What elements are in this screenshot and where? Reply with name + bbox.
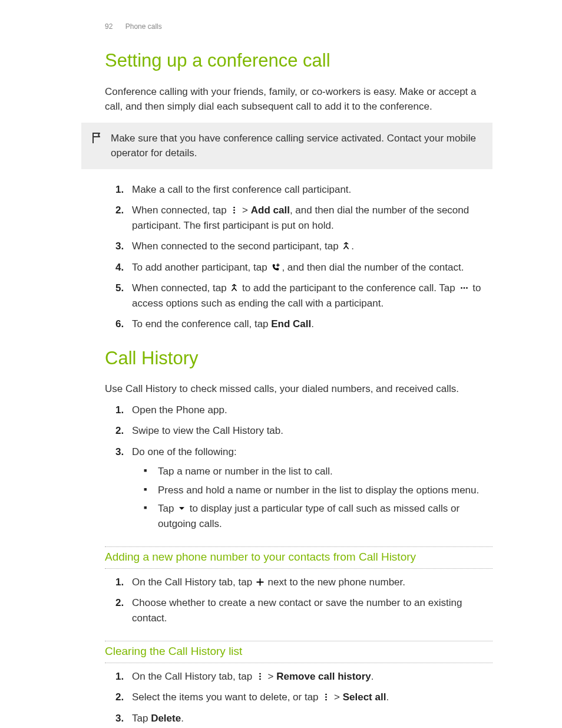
page-number: 92	[105, 22, 113, 31]
history-steps: Open the Phone app. Swipe to view the Ca…	[105, 403, 492, 532]
astep-1: On the Call History tab, tap next to the…	[105, 575, 492, 590]
step-4: To add another participant, tap , and th…	[105, 260, 492, 275]
step-6: To end the conference call, tap End Call…	[105, 317, 492, 332]
cstep-1: On the Call History tab, tap > Remove ca…	[105, 669, 492, 684]
cstep-2: Select the items you want to delete, or …	[105, 690, 492, 705]
heading-conference: Setting up a conference call	[105, 47, 492, 75]
hstep-2: Swipe to view the Call History tab.	[105, 423, 492, 439]
note-text: Make sure that you have conference calli…	[111, 131, 482, 161]
section-name: Phone calls	[125, 22, 162, 31]
subheading-add-contact: Adding a new phone number to your contac…	[105, 546, 492, 569]
flag-icon	[91, 131, 104, 144]
hstep-1: Open the Phone app.	[105, 403, 492, 418]
delete-label: Delete	[151, 713, 181, 724]
add-call-icon	[270, 263, 281, 272]
heading-call-history: Call History	[105, 345, 492, 373]
cstep-3: Tap Delete.	[105, 711, 492, 726]
add-call-label: Add call	[251, 205, 290, 216]
step-2: When connected, tap > Add call, and then…	[105, 203, 492, 233]
hstep-3: Do one of the following: Tap a name or n…	[105, 444, 492, 532]
page: 92 Phone calls Setting up a conference c…	[0, 0, 562, 728]
merge-calls-icon	[342, 242, 351, 251]
select-all-label: Select all	[343, 691, 386, 703]
conference-steps: Make a call to the first conference call…	[105, 182, 492, 332]
step-3: When connected to the second participant…	[105, 239, 492, 254]
more-vertical-icon	[230, 206, 239, 215]
bullet-call: Tap a name or number in the list to call…	[154, 464, 492, 479]
subheading-clear-history: Clearing the Call History list	[105, 641, 492, 663]
note-box: Make sure that you have conference calli…	[81, 123, 492, 169]
hstep-3-options: Tap a name or number in the list to call…	[132, 464, 492, 531]
more-vertical-icon	[256, 672, 265, 681]
add-contact-steps: On the Call History tab, tap next to the…	[105, 575, 492, 626]
step-1: Make a call to the first conference call…	[105, 182, 492, 197]
intro-call-history: Use Call History to check missed calls, …	[105, 381, 492, 397]
caret-down-icon	[177, 504, 186, 513]
plus-icon	[256, 578, 265, 587]
content: Setting up a conference call Conference …	[105, 21, 492, 726]
running-header: 92 Phone calls	[105, 21, 162, 32]
merge-calls-icon	[230, 284, 239, 292]
bullet-options: Press and hold a name or number in the l…	[154, 483, 492, 498]
step-5: When connected, tap to add the participa…	[105, 281, 492, 311]
more-vertical-icon	[322, 693, 330, 701]
intro-conference: Conference calling with your friends, fa…	[105, 84, 492, 114]
remove-history-label: Remove call history	[276, 671, 371, 682]
astep-2: Choose whether to create a new contact o…	[105, 595, 492, 625]
clear-history-steps: On the Call History tab, tap > Remove ca…	[105, 669, 492, 726]
more-horizontal-icon	[459, 284, 470, 292]
end-call-label: End Call	[271, 318, 311, 330]
bullet-filter: Tap to display just a particular type of…	[154, 501, 492, 531]
